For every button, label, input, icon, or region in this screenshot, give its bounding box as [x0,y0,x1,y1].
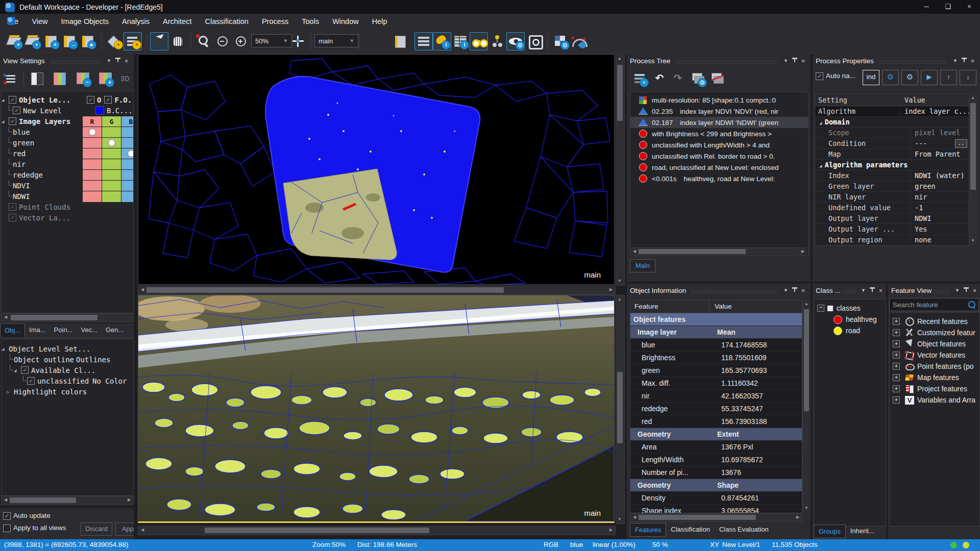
checkbox[interactable] [13,107,20,114]
image-layer-row[interactable]: nir [2,159,134,169]
property-row[interactable]: Index NDWI (water) [815,170,969,181]
layer-r-cell[interactable] [82,137,102,148]
object-info-row[interactable]: red 156.73903188 [630,415,802,428]
layer-g-cell[interactable] [102,137,121,148]
tree-row-available-classes[interactable]: ◢ Available Cl... [2,365,134,375]
toolbar-handle[interactable] [546,33,549,49]
object-info-row[interactable]: blue 174.17468558 [630,339,802,352]
layer-g-cell[interactable] [102,169,121,181]
layer-g-cell[interactable] [102,148,121,159]
image-layer-history-icon[interactable]: • [105,32,124,51]
zoom-level-select[interactable]: 50%▼ [251,34,292,47]
open-project-icon[interactable]: ▸ [79,32,97,51]
property-row[interactable]: Output type 32Bit float [815,245,969,246]
vertical-scrollbar[interactable]: ▲▼ [969,94,977,245]
toolbar-handle[interactable] [357,33,360,49]
tree-row-image-layers[interactable]: ◢ Image Layers R G B [2,116,134,127]
layer-r-cell[interactable] [82,180,102,191]
object-info-row[interactable]: rededge 55.33745247 [630,403,802,415]
layer-b-cell[interactable] [121,159,134,170]
checkbox[interactable] [87,96,94,104]
view-samples-icon[interactable]: i [451,32,470,51]
panel-menu-button[interactable]: ▼ [781,286,790,295]
close-icon[interactable]: × [799,286,807,295]
process-step[interactable]: with Brightness < 299 and Brightness > [630,128,808,139]
close-icon[interactable]: × [799,57,807,65]
layer-b-cell[interactable] [121,127,134,138]
expand-icon[interactable]: + [893,352,900,359]
edit-polygon-icon[interactable] [570,32,588,51]
toolbar-handle[interactable] [100,33,103,49]
equalizer-icon[interactable] [133,107,134,114]
single-layer-view-icon[interactable] [29,70,46,87]
view-classification-icon[interactable]: i [433,32,451,51]
process-step[interactable]: 02.235 index layer NDVI 'NDVI' (red, nir [630,106,808,117]
view-layer-icon[interactable] [414,32,433,51]
layer-g-cell[interactable] [102,159,121,170]
feature-group-row[interactable]: + Point features (po [890,361,979,372]
checkbox[interactable] [9,117,16,125]
zoom-in-icon[interactable] [232,32,250,51]
panel-menu-button[interactable]: ▼ [953,286,962,295]
horizontal-scrollbar[interactable]: ◀▶ [630,247,807,256]
menu-item[interactable]: Image Objects [55,14,116,29]
panel-menu-button[interactable]: ▼ [859,286,868,295]
object-info-tab[interactable]: Classification [666,523,715,536]
property-row[interactable]: Undefined value -1 [815,203,969,213]
menu-item[interactable]: Process [255,14,295,29]
object-info-row[interactable]: Geometry Shape [630,479,802,492]
process-step[interactable]: <0.001s healthveg, road at New Level: [630,173,808,184]
expander-icon[interactable]: ◢ [14,368,21,373]
feature-group-row[interactable]: + Vector features [890,349,979,361]
tree-row-highlight-colors[interactable]: ▷ Hightlight colors [2,386,134,397]
feature-group-row[interactable]: + Variables and Arra [890,394,979,406]
radio-button[interactable] [89,129,96,136]
auto-update-checkbox[interactable] [3,512,11,520]
viewport-top[interactable]: main [138,54,615,285]
checkbox[interactable] [9,214,16,221]
process-step[interactable]: unclassified with Rel. border to road > … [630,151,808,162]
expander-icon[interactable]: ◢ [2,346,9,352]
object-info-row[interactable]: Area 13676 Pxl [630,441,802,454]
expand-icon[interactable]: + [893,396,900,404]
process-history-icon[interactable]: • [124,32,142,51]
show-hide-settings-icon[interactable]: ⚙ [506,32,525,51]
property-row[interactable]: NIR layer nir [815,192,969,203]
ind-field[interactable]: ind [863,70,879,85]
checkbox[interactable] [104,96,112,104]
view-select[interactable]: main▼ [314,34,358,47]
mixed-layer-view-icon[interactable] [51,70,68,87]
expand-icon[interactable]: + [893,340,900,347]
object-links-icon[interactable] [488,32,506,51]
expand-icon[interactable]: + [893,374,900,381]
property-row[interactable]: Output region none [815,235,969,245]
process-tree-tab-main[interactable]: Main [630,259,655,272]
object-info-row[interactable]: Brightness 118.75501609 [630,352,802,364]
left-dock-tab[interactable]: Obj... [0,323,25,337]
layer-b-cell[interactable] [121,148,134,159]
object-info-tab[interactable]: Features [630,523,666,537]
create-workspace-icon[interactable]: + [5,32,23,51]
toolbar-handle[interactable] [189,33,191,49]
zoom-select-icon[interactable] [194,32,212,51]
view-comparison-icon[interactable] [470,32,488,51]
layer-g-cell[interactable] [102,180,121,191]
property-row[interactable]: Green layer green [815,181,969,192]
expander-icon[interactable]: ◢ [2,97,9,103]
object-info-row[interactable]: Number of pi... 13676 [630,466,802,479]
single-pane-view-icon[interactable] [391,32,409,51]
vertical-scrollbar[interactable]: ▲▼ [616,54,625,286]
layer-r-cell[interactable] [82,127,102,138]
vertical-scrollbar[interactable]: ▲▼ [802,300,811,512]
menu-item[interactable]: View [25,14,54,29]
tree-row-point-clouds[interactable]: Point Clouds [2,202,134,212]
layer-r-cell[interactable] [82,169,102,181]
image-layer-row[interactable]: blue [2,127,134,137]
left-dock-tab[interactable]: Gen... [102,323,128,337]
add-project-icon[interactable]: + [42,32,60,51]
close-icon[interactable]: × [968,57,977,65]
shift-layers-up-icon[interactable]: + [97,70,114,87]
process-step[interactable]: multi-resolution: 85 [shape:0.1 compct.:… [630,94,808,106]
image-layer-row[interactable]: NDWI [2,191,134,202]
level-color-chip[interactable] [95,106,104,115]
